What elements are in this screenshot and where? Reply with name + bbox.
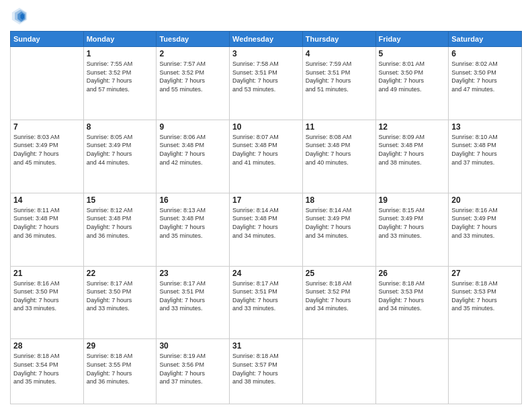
cell-info: Sunrise: 7:55 AM Sunset: 3:52 PM Dayligh… — [87, 60, 154, 93]
calendar-cell: 1Sunrise: 7:55 AM Sunset: 3:52 PM Daylig… — [83, 47, 157, 120]
cell-info: Sunrise: 8:07 AM Sunset: 3:48 PM Dayligh… — [232, 133, 300, 167]
calendar-cell: 31Sunrise: 8:18 AM Sunset: 3:57 PM Dayli… — [230, 339, 303, 404]
calendar-cell: 29Sunrise: 8:18 AM Sunset: 3:55 PM Dayli… — [83, 339, 157, 404]
day-number: 12 — [379, 122, 446, 132]
calendar-day-header: Sunday — [11, 32, 84, 47]
day-number: 28 — [13, 341, 81, 351]
cell-info: Sunrise: 8:15 AM Sunset: 3:49 PM Dayligh… — [379, 206, 446, 240]
day-number: 9 — [159, 122, 226, 132]
cell-info: Sunrise: 7:57 AM Sunset: 3:52 PM Dayligh… — [159, 60, 226, 93]
day-number: 31 — [232, 341, 300, 351]
calendar-header-row: SundayMondayTuesdayWednesdayThursdayFrid… — [11, 32, 522, 47]
cell-info: Sunrise: 8:10 AM Sunset: 3:48 PM Dayligh… — [451, 133, 519, 167]
calendar-cell: 23Sunrise: 8:17 AM Sunset: 3:51 PM Dayli… — [157, 266, 230, 339]
cell-info: Sunrise: 8:16 AM Sunset: 3:49 PM Dayligh… — [451, 206, 519, 240]
cell-info: Sunrise: 8:11 AM Sunset: 3:48 PM Dayligh… — [13, 206, 81, 240]
calendar-table: SundayMondayTuesdayWednesdayThursdayFrid… — [10, 31, 522, 404]
cell-info: Sunrise: 8:08 AM Sunset: 3:48 PM Dayligh… — [306, 133, 373, 167]
calendar-cell: 6Sunrise: 8:02 AM Sunset: 3:50 PM Daylig… — [449, 47, 522, 120]
calendar-day-header: Tuesday — [157, 32, 230, 47]
cell-info: Sunrise: 8:17 AM Sunset: 3:50 PM Dayligh… — [87, 279, 154, 313]
day-number: 16 — [159, 195, 226, 205]
calendar-day-header: Friday — [375, 32, 449, 47]
calendar-cell: 20Sunrise: 8:16 AM Sunset: 3:49 PM Dayli… — [449, 193, 522, 266]
calendar-cell: 15Sunrise: 8:12 AM Sunset: 3:48 PM Dayli… — [83, 193, 157, 266]
calendar-cell: 30Sunrise: 8:19 AM Sunset: 3:56 PM Dayli… — [157, 339, 230, 404]
calendar-week-row: 7Sunrise: 8:03 AM Sunset: 3:49 PM Daylig… — [11, 120, 522, 193]
day-number: 11 — [306, 122, 373, 132]
calendar-day-header: Wednesday — [230, 32, 303, 47]
cell-info: Sunrise: 8:06 AM Sunset: 3:48 PM Dayligh… — [159, 133, 226, 167]
calendar-cell: 21Sunrise: 8:16 AM Sunset: 3:50 PM Dayli… — [11, 266, 84, 339]
calendar-cell — [375, 339, 449, 404]
cell-info: Sunrise: 8:18 AM Sunset: 3:54 PM Dayligh… — [13, 352, 81, 385]
day-number: 22 — [87, 269, 154, 278]
day-number: 26 — [379, 269, 446, 278]
cell-info: Sunrise: 7:59 AM Sunset: 3:51 PM Dayligh… — [306, 60, 373, 93]
day-number: 5 — [379, 49, 446, 58]
header — [10, 7, 522, 26]
day-number: 20 — [451, 195, 519, 205]
logo-icon — [10, 7, 29, 26]
calendar-cell: 10Sunrise: 8:07 AM Sunset: 3:48 PM Dayli… — [230, 120, 303, 193]
day-number: 24 — [232, 269, 300, 278]
calendar-week-row: 28Sunrise: 8:18 AM Sunset: 3:54 PM Dayli… — [11, 339, 522, 404]
calendar-cell: 4Sunrise: 7:59 AM Sunset: 3:51 PM Daylig… — [302, 47, 375, 120]
day-number: 2 — [159, 49, 226, 58]
day-number: 8 — [87, 122, 154, 132]
cell-info: Sunrise: 8:05 AM Sunset: 3:49 PM Dayligh… — [87, 133, 154, 167]
cell-info: Sunrise: 7:58 AM Sunset: 3:51 PM Dayligh… — [232, 60, 300, 93]
logo — [10, 7, 32, 26]
day-number: 27 — [451, 269, 519, 278]
day-number: 15 — [87, 195, 154, 205]
calendar-week-row: 21Sunrise: 8:16 AM Sunset: 3:50 PM Dayli… — [11, 266, 522, 339]
cell-info: Sunrise: 8:01 AM Sunset: 3:50 PM Dayligh… — [379, 60, 446, 93]
calendar-cell: 8Sunrise: 8:05 AM Sunset: 3:49 PM Daylig… — [83, 120, 157, 193]
calendar-cell: 18Sunrise: 8:14 AM Sunset: 3:49 PM Dayli… — [302, 193, 375, 266]
day-number: 1 — [87, 49, 154, 58]
calendar-cell: 9Sunrise: 8:06 AM Sunset: 3:48 PM Daylig… — [157, 120, 230, 193]
cell-info: Sunrise: 8:18 AM Sunset: 3:57 PM Dayligh… — [232, 352, 300, 385]
cell-info: Sunrise: 8:18 AM Sunset: 3:55 PM Dayligh… — [87, 352, 154, 385]
calendar-week-row: 14Sunrise: 8:11 AM Sunset: 3:48 PM Dayli… — [11, 193, 522, 266]
calendar-day-header: Saturday — [449, 32, 522, 47]
cell-info: Sunrise: 8:19 AM Sunset: 3:56 PM Dayligh… — [159, 352, 226, 385]
calendar-cell: 11Sunrise: 8:08 AM Sunset: 3:48 PM Dayli… — [302, 120, 375, 193]
cell-info: Sunrise: 8:14 AM Sunset: 3:49 PM Dayligh… — [306, 206, 373, 240]
day-number: 18 — [306, 195, 373, 205]
calendar-cell: 24Sunrise: 8:17 AM Sunset: 3:51 PM Dayli… — [230, 266, 303, 339]
day-number: 17 — [232, 195, 300, 205]
cell-info: Sunrise: 8:18 AM Sunset: 3:53 PM Dayligh… — [451, 279, 519, 313]
day-number: 7 — [13, 122, 81, 132]
cell-info: Sunrise: 8:17 AM Sunset: 3:51 PM Dayligh… — [159, 279, 226, 313]
calendar-cell: 2Sunrise: 7:57 AM Sunset: 3:52 PM Daylig… — [157, 47, 230, 120]
cell-info: Sunrise: 8:18 AM Sunset: 3:53 PM Dayligh… — [379, 279, 446, 313]
calendar-cell — [302, 339, 375, 404]
cell-info: Sunrise: 8:03 AM Sunset: 3:49 PM Dayligh… — [13, 133, 81, 167]
calendar-cell: 3Sunrise: 7:58 AM Sunset: 3:51 PM Daylig… — [230, 47, 303, 120]
cell-info: Sunrise: 8:12 AM Sunset: 3:48 PM Dayligh… — [87, 206, 154, 240]
day-number: 6 — [451, 49, 519, 58]
page: SundayMondayTuesdayWednesdayThursdayFrid… — [0, 0, 532, 411]
calendar-cell: 28Sunrise: 8:18 AM Sunset: 3:54 PM Dayli… — [11, 339, 84, 404]
cell-info: Sunrise: 8:13 AM Sunset: 3:48 PM Dayligh… — [159, 206, 226, 240]
day-number: 19 — [379, 195, 446, 205]
calendar-cell: 16Sunrise: 8:13 AM Sunset: 3:48 PM Dayli… — [157, 193, 230, 266]
day-number: 25 — [306, 269, 373, 278]
calendar-cell: 7Sunrise: 8:03 AM Sunset: 3:49 PM Daylig… — [11, 120, 84, 193]
cell-info: Sunrise: 8:02 AM Sunset: 3:50 PM Dayligh… — [451, 60, 519, 93]
calendar-cell — [11, 47, 84, 120]
day-number: 10 — [232, 122, 300, 132]
day-number: 23 — [159, 269, 226, 278]
calendar-cell: 25Sunrise: 8:18 AM Sunset: 3:52 PM Dayli… — [302, 266, 375, 339]
cell-info: Sunrise: 8:14 AM Sunset: 3:48 PM Dayligh… — [232, 206, 300, 240]
calendar-cell: 17Sunrise: 8:14 AM Sunset: 3:48 PM Dayli… — [230, 193, 303, 266]
calendar-week-row: 1Sunrise: 7:55 AM Sunset: 3:52 PM Daylig… — [11, 47, 522, 120]
day-number: 21 — [13, 269, 81, 278]
calendar-cell: 5Sunrise: 8:01 AM Sunset: 3:50 PM Daylig… — [375, 47, 449, 120]
cell-info: Sunrise: 8:18 AM Sunset: 3:52 PM Dayligh… — [306, 279, 373, 313]
calendar-day-header: Thursday — [302, 32, 375, 47]
calendar-cell — [449, 339, 522, 404]
calendar-cell: 14Sunrise: 8:11 AM Sunset: 3:48 PM Dayli… — [11, 193, 84, 266]
calendar-cell: 13Sunrise: 8:10 AM Sunset: 3:48 PM Dayli… — [449, 120, 522, 193]
